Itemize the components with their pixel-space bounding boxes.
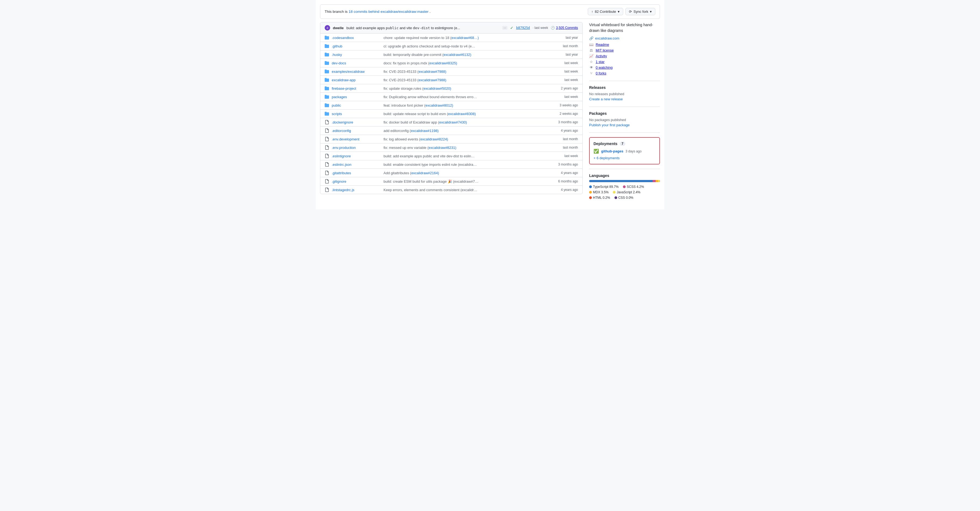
publish-package-link[interactable]: Publish your first package xyxy=(589,123,630,127)
commit-ref-link[interactable]: excalidraw#7988) xyxy=(418,70,446,73)
file-name-link[interactable]: public xyxy=(332,103,381,107)
file-name-link[interactable]: .dockerignore xyxy=(332,120,381,125)
commit-ref-link[interactable]: excalidraw#8224) xyxy=(420,137,448,141)
commit-ref-link[interactable]: excalidraw#8325) xyxy=(429,61,457,65)
file-commit-desc: build: temporarily disable pre-commit (e… xyxy=(383,53,563,57)
file-icon xyxy=(325,137,329,141)
file-name-link[interactable]: .github xyxy=(332,44,381,48)
commit-ref-link[interactable]: excalidraw#5020) xyxy=(423,86,451,91)
lang-legend-item: JavaScript 2.4% xyxy=(613,190,640,194)
packages-title: Packages xyxy=(589,111,660,116)
lang-label: CSS 0.0% xyxy=(618,196,633,200)
file-time: last month xyxy=(563,145,578,149)
activity-link[interactable]: Activity xyxy=(596,54,607,58)
folder-icon xyxy=(325,94,329,99)
file-time: 4 years ago xyxy=(561,188,578,192)
folder-icon xyxy=(325,103,329,107)
file-name-link[interactable]: .eslintrc.json xyxy=(332,163,381,167)
file-name-link[interactable]: .eslintignore xyxy=(332,154,381,158)
forks-item: ⑂ 0 forks xyxy=(589,71,660,75)
contribute-button[interactable]: ↑ 82 Contribute ▾ xyxy=(588,8,623,15)
file-time: last year xyxy=(566,36,578,40)
commit-ref-link[interactable]: excalidraw#2164) xyxy=(411,171,439,175)
commit-count: 🕐 3,505 Commits xyxy=(551,26,578,30)
file-icon xyxy=(325,162,329,167)
file-icon xyxy=(325,154,329,158)
check-icon: ✓ xyxy=(510,26,514,30)
file-time: last month xyxy=(563,44,578,48)
releases-empty: No releases published xyxy=(589,92,660,96)
folder-icon xyxy=(325,44,329,48)
table-row: .env.productionfix: messed up env variab… xyxy=(320,144,582,152)
link-icon: 🔗 xyxy=(589,36,593,40)
folder-icon xyxy=(325,112,329,116)
watching-link[interactable]: 0 watching xyxy=(596,65,612,70)
file-commit-desc: build: update release script to build es… xyxy=(383,112,557,116)
table-row: firebase-projectfix: update storage.rule… xyxy=(320,84,582,93)
sync-chevron-icon: ▾ xyxy=(650,10,652,14)
commits-link[interactable]: 3,505 Commits xyxy=(556,26,578,30)
fork-icon: ⑂ xyxy=(589,71,593,75)
create-release-link[interactable]: Create a new release xyxy=(589,97,623,101)
forks-link[interactable]: 0 forks xyxy=(596,71,606,75)
lang-bar-segment xyxy=(655,180,658,182)
file-icon xyxy=(325,179,329,184)
commit-ref-link[interactable]: excalidraw#68…) xyxy=(451,36,479,40)
file-name-link[interactable]: .gitignore xyxy=(332,179,381,184)
file-name-link[interactable]: .husky xyxy=(332,53,381,57)
file-name-link[interactable]: .editorconfig xyxy=(332,129,381,133)
divider-languages xyxy=(589,169,660,169)
file-icon xyxy=(325,171,329,175)
sync-fork-button[interactable]: ⟳ Sync fork ▾ xyxy=(625,8,655,15)
sidebar-languages: Languages TypeScript 89.7%SCSS 4.2%MDX 3… xyxy=(589,173,660,200)
file-name-link[interactable]: excalidraw-app xyxy=(332,78,381,82)
activity-icon: 📈 xyxy=(589,54,593,58)
license-link[interactable]: MIT license xyxy=(596,48,614,52)
upstream-link[interactable]: excalidraw/excalidraw:master xyxy=(380,10,428,14)
scale-icon: ⚖ xyxy=(589,48,593,52)
file-time: last year xyxy=(566,53,578,56)
table-row: .env.developmentfix: log allowed events … xyxy=(320,135,582,144)
file-name-link[interactable]: .gitattributes xyxy=(332,171,381,175)
commits-behind-link[interactable]: 18 commits behind xyxy=(348,10,379,14)
table-row: .editorconfigadd editorconfig (excalidra… xyxy=(320,126,582,135)
file-name-link[interactable]: .codesandbox xyxy=(332,36,381,40)
file-name-link[interactable]: .env.development xyxy=(332,137,381,141)
file-commit-desc: ci: upgrade gh actions checkout and setu… xyxy=(383,44,560,48)
commit-ref-link[interactable]: excalidraw#7988) xyxy=(418,78,446,82)
commit-ref-link[interactable]: excalidraw#8308) xyxy=(448,112,476,116)
file-name-link[interactable]: dev-docs xyxy=(332,61,381,65)
commit-ref-link[interactable]: excalidraw#6132) xyxy=(444,53,471,57)
commit-ref-link[interactable]: excalidraw#1198) xyxy=(411,129,439,133)
readme-link[interactable]: Readme xyxy=(596,43,609,46)
file-name-link[interactable]: packages xyxy=(332,95,381,99)
file-time: last week xyxy=(564,61,578,65)
table-row: .codesandboxchore: update required node … xyxy=(320,34,582,42)
divider-releases xyxy=(589,81,660,81)
readme-item: 📖 Readme xyxy=(589,43,660,46)
deployment-time: 3 days ago xyxy=(626,149,642,153)
commit-message: build: add example apps public and vite … xyxy=(347,26,500,30)
commit-ref-link[interactable]: excalidraw#8012) xyxy=(425,103,453,107)
file-name-link[interactable]: .lintstagedrc.js xyxy=(332,188,381,192)
more-deployments-link[interactable]: + 6 deployments xyxy=(593,156,620,160)
website-link[interactable]: 🔗 excalidraw.com xyxy=(589,36,660,40)
table-row: .gitattributesAdd gitattributes (excalid… xyxy=(320,169,582,177)
file-time: last week xyxy=(564,95,578,99)
file-name-link[interactable]: examples/excalidraw xyxy=(332,70,381,73)
lang-label: HTML 0.2% xyxy=(593,196,610,200)
folder-icon xyxy=(325,86,329,91)
commit-hash[interactable]: b87925d xyxy=(516,26,530,30)
table-row: publicfeat: introduce font picker (excal… xyxy=(320,101,582,110)
file-name-link[interactable]: firebase-project xyxy=(332,86,381,91)
commit-ref-link[interactable]: excalidraw#8231) xyxy=(428,145,456,150)
watching-item: 👁 0 watching xyxy=(589,65,660,70)
deployment-link[interactable]: github-pages xyxy=(601,149,624,153)
language-bar xyxy=(589,180,660,182)
lang-legend-item: HTML 0.2% xyxy=(589,196,610,200)
stars-link[interactable]: 1 star xyxy=(596,60,605,64)
file-name-link[interactable]: scripts xyxy=(332,112,381,116)
commit-ref-link[interactable]: excalidraw#7430) xyxy=(439,120,467,125)
file-commit-desc: build: add example apps public and vite … xyxy=(383,154,562,158)
file-name-link[interactable]: .env.production xyxy=(332,145,381,150)
